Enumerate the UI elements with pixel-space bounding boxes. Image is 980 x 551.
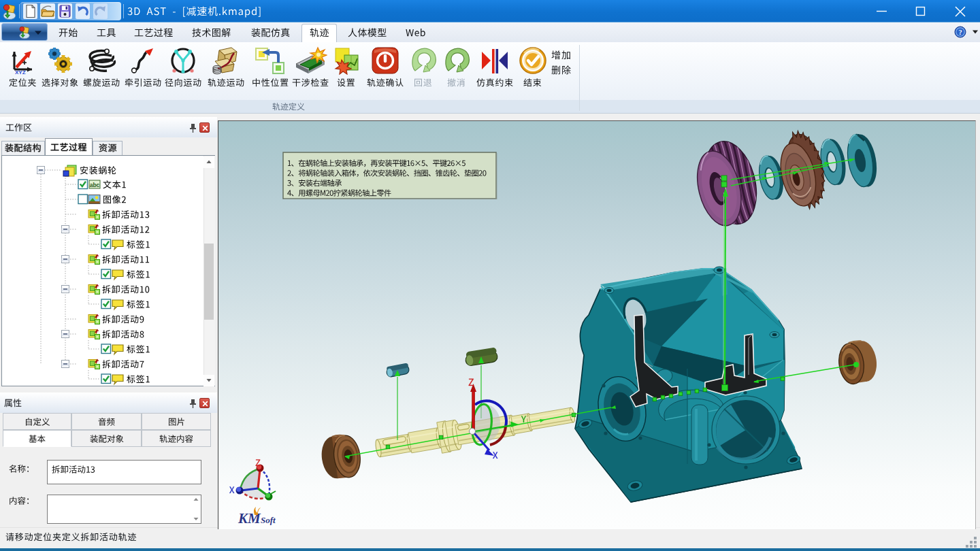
- svg-text:Soft: Soft: [261, 515, 276, 525]
- svg-text:?: ?: [958, 29, 962, 36]
- svg-text:abc: abc: [90, 182, 100, 188]
